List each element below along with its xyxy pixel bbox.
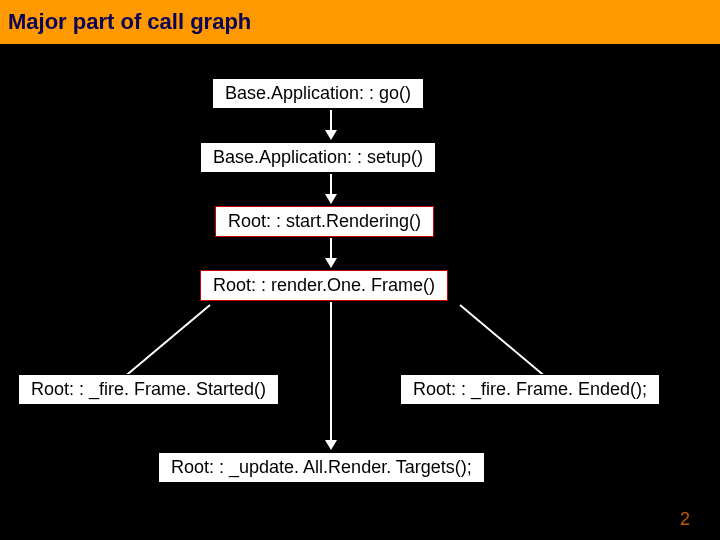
node-root-start-rendering: Root: : start.Rendering() xyxy=(215,206,434,237)
arrow xyxy=(330,174,332,196)
arrow xyxy=(330,238,332,260)
page-title: Major part of call graph xyxy=(8,9,251,35)
arrow xyxy=(330,110,332,132)
arrow-head-icon xyxy=(325,130,337,140)
node-root-fire-frame-ended: Root: : _fire. Frame. Ended(); xyxy=(400,374,660,405)
node-root-fire-frame-started: Root: : _fire. Frame. Started() xyxy=(18,374,279,405)
node-root-render-one-frame: Root: : render.One. Frame() xyxy=(200,270,448,301)
arrow xyxy=(330,302,332,442)
title-bar: Major part of call graph xyxy=(0,0,720,44)
diagram-canvas: Base.Application: : go() Base.Applicatio… xyxy=(0,44,720,540)
node-root-update-all-render-targets: Root: : _update. All.Render. Targets(); xyxy=(158,452,485,483)
node-base-application-go: Base.Application: : go() xyxy=(212,78,424,109)
arrow-head-icon xyxy=(325,258,337,268)
node-base-application-setup: Base.Application: : setup() xyxy=(200,142,436,173)
arrow-head-icon xyxy=(325,440,337,450)
arrow-head-icon xyxy=(325,194,337,204)
page-number: 2 xyxy=(680,509,690,530)
